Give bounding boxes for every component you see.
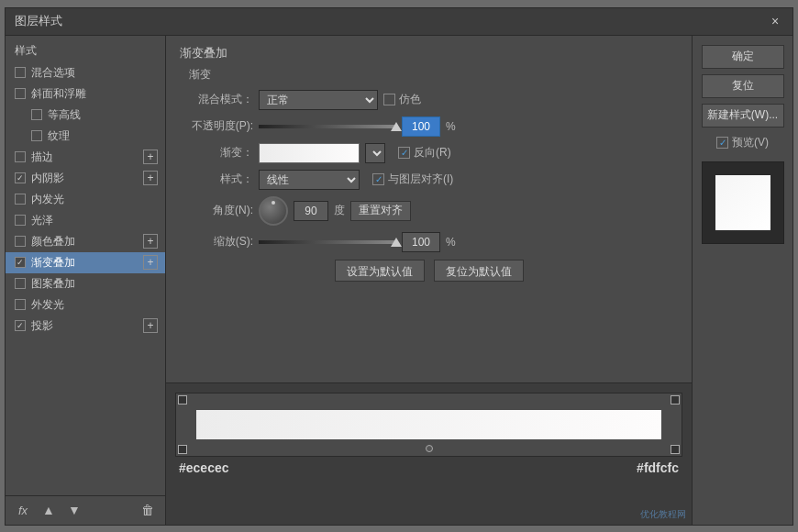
checkbox-pattern-overlay[interactable] [15,278,26,289]
blend-mode-label: 混合模式： [180,92,253,107]
title-bar: 图层样式 × [6,8,792,36]
gradient-swatch-container: ▾ [259,143,385,163]
sidebar-item-bevel-emboss[interactable]: 斜面和浮雕 [6,83,165,105]
reset-align-button[interactable]: 重置对齐 [350,201,411,221]
blend-mode-select[interactable]: 正常 溶解 变暗 [259,90,378,110]
checkbox-inner-shadow[interactable]: ✓ [15,172,26,183]
scale-thumb[interactable] [391,238,402,247]
sidebar-item-texture[interactable]: 纹理 [6,126,165,147]
sidebar-item-drop-shadow[interactable]: ✓ 投影 + [6,316,165,337]
plus-icon-inner-shadow[interactable]: + [143,171,158,185]
new-style-button[interactable]: 新建样式(W)... [702,104,784,127]
close-button[interactable]: × [767,13,783,29]
color-left-label: #ececec [179,460,229,475]
preview-checkbox[interactable] [716,137,728,149]
scale-row: 缩放(S): % [180,232,678,252]
dialog-title: 图层样式 [15,13,62,29]
gradient-row: 渐变： ▾ 反向(R) [180,143,678,163]
sidebar-label-inner-shadow: 内阴影 [31,171,64,186]
opacity-track [259,125,396,128]
opacity-slider[interactable] [259,116,396,137]
checkbox-blending[interactable] [15,67,26,78]
checkbox-gradient-overlay[interactable]: ✓ [15,257,26,268]
middle-bottom-preview: #ececec #fdfcfc 优化教程网 [166,382,692,525]
color-labels-row: #ececec #fdfcfc [175,457,682,475]
sidebar-label-blending: 混合选项 [31,65,75,81]
gradient-preview-wrapper [175,393,682,457]
sidebar-item-contour[interactable]: 等高线 [6,105,165,126]
align-checkbox[interactable] [372,173,384,185]
gradient-dropdown[interactable]: ▾ [365,143,385,163]
checkbox-drop-shadow[interactable]: ✓ [15,320,26,331]
delete-button[interactable]: 🗑 [138,500,158,520]
color-right-label: #fdfcfc [637,460,679,475]
reverse-checkbox[interactable] [398,147,410,159]
default-buttons-row: 设置为默认值 复位为默认值 [180,260,678,282]
handle-tl[interactable] [178,395,187,405]
sidebar-item-stroke[interactable]: 描边 + [6,147,165,168]
plus-icon-stroke[interactable]: + [143,150,158,164]
angle-row: 角度(N): 度 重置对齐 [180,196,678,226]
handle-br[interactable] [671,445,680,454]
scale-track [259,240,396,244]
checkbox-bevel[interactable] [15,88,26,99]
plus-icon-drop-shadow[interactable]: + [143,318,158,333]
simulate-color-checkbox[interactable] [383,94,395,105]
reset-default-button[interactable]: 复位为默认值 [434,260,524,282]
move-down-button[interactable]: ▼ [64,500,84,520]
angle-input[interactable] [294,201,328,221]
handle-bl[interactable] [178,445,187,454]
handle-tr[interactable] [671,395,680,405]
checkbox-contour[interactable] [31,109,42,120]
opacity-thumb[interactable] [391,122,402,131]
simulate-color-row: 仿色 [383,92,421,107]
layer-style-dialog: 图层样式 × 样式 混合选项 斜面和浮雕 等高线 [5,7,793,526]
scale-slider[interactable] [259,232,396,252]
checkbox-color-overlay[interactable] [15,236,26,247]
sidebar-item-gradient-overlay[interactable]: ✓ 渐变叠加 + [6,252,165,273]
sidebar-item-blending-options[interactable]: 混合选项 [6,62,165,83]
style-select[interactable]: 线性 径向 角度 [259,170,360,190]
gradient-swatch[interactable] [259,143,360,163]
sidebar-label-gradient-overlay: 渐变叠加 [31,255,75,271]
sidebar-label-stroke: 描边 [31,150,53,165]
sidebar-item-outer-glow[interactable]: 外发光 [6,294,165,316]
move-up-button[interactable]: ▲ [39,500,59,520]
checkbox-texture[interactable] [31,130,42,141]
scale-input[interactable] [402,232,440,252]
angle-label: 角度(N): [180,203,253,218]
angle-dial[interactable] [259,196,288,226]
sidebar-item-inner-glow[interactable]: 内发光 [6,189,165,210]
plus-icon-gradient-overlay[interactable]: + [143,255,158,270]
reset-button[interactable]: 复位 [702,74,784,98]
trash-icon: 🗑 [141,503,154,517]
fx-button[interactable]: fx [13,500,33,520]
angle-unit: 度 [334,203,345,218]
preview-thumbnail [702,161,784,244]
scale-unit: % [446,236,456,249]
opacity-input[interactable] [402,116,440,137]
sidebar-label-outer-glow: 外发光 [31,297,64,313]
sidebar-item-pattern-overlay[interactable]: 图案叠加 [6,273,165,294]
plus-icon-color-overlay[interactable]: + [143,234,158,249]
sidebar-label-inner-glow: 内发光 [31,192,64,207]
checkbox-outer-glow[interactable] [15,299,26,310]
right-panel: 确定 复位 新建样式(W)... 预览(V) [692,36,792,525]
middle-top: 渐变叠加 渐变 混合模式： 正常 溶解 变暗 仿色 [166,36,692,382]
scale-label: 缩放(S): [180,234,253,249]
fx-label: fx [18,504,28,517]
sidebar-item-color-overlay[interactable]: 颜色叠加 + [6,231,165,252]
checkbox-inner-glow[interactable] [15,194,26,205]
sidebar-label-pattern-overlay: 图案叠加 [31,276,75,292]
sidebar-item-satin[interactable]: 光泽 [6,210,165,231]
center-handle[interactable] [426,445,433,452]
sidebar-item-inner-shadow[interactable]: ✓ 内阴影 + [6,168,165,189]
checkbox-satin[interactable] [15,215,26,226]
ok-button[interactable]: 确定 [702,45,784,69]
watermark-icon: 优化教程网 [640,508,686,521]
align-row: 与图层对齐(I) [372,172,453,187]
set-default-button[interactable]: 设置为默认值 [335,260,425,282]
style-label: 样式： [180,172,253,187]
checkbox-stroke[interactable] [15,151,26,162]
middle-panel: 渐变叠加 渐变 混合模式： 正常 溶解 变暗 仿色 [166,36,692,525]
